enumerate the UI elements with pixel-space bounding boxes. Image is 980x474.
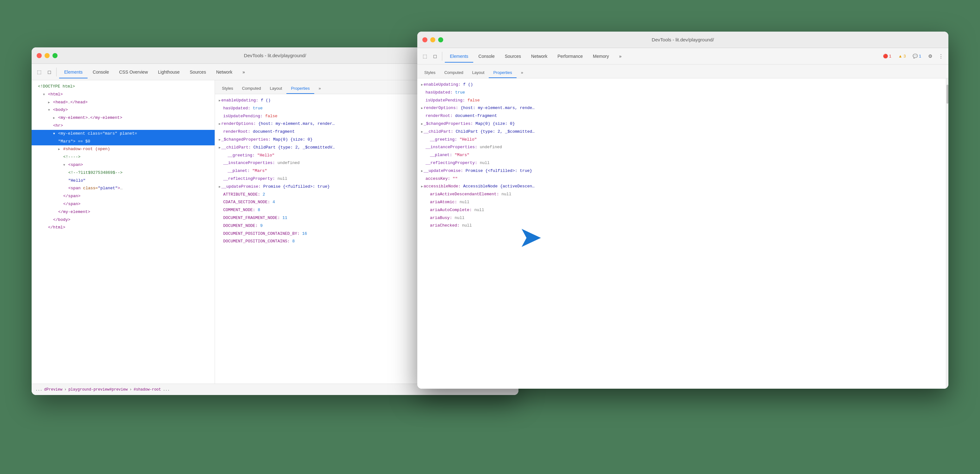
- inspector-icon-front[interactable]: ◻: [431, 52, 439, 60]
- tab-more-back[interactable]: »: [237, 68, 250, 76]
- dom-line-html: ▼ <html>: [32, 91, 215, 99]
- dom-line-body-close: </body>: [32, 216, 215, 224]
- tab-network-back[interactable]: Network: [211, 68, 237, 76]
- prop-reflecting-front: __reflectingProperty: null: [417, 159, 946, 167]
- dom-line-span-planet: <span class="planet">…: [32, 185, 215, 192]
- scroll-indicator-front[interactable]: [946, 78, 948, 389]
- tab-performance-front[interactable]: Performance: [552, 52, 588, 60]
- panel-tab-styles-front[interactable]: Styles: [420, 68, 440, 78]
- dom-line-head: ▶ <head>…</head>: [32, 99, 215, 107]
- toolbar-front: ⬚ ◻ Elements Console Sources Network Per…: [417, 48, 948, 64]
- maximize-button-front[interactable]: [438, 37, 443, 42]
- prop-render-root-front: renderRoot: document-fragment: [417, 112, 946, 120]
- status-sep-1: ›: [64, 387, 67, 392]
- prop-changed-props-front[interactable]: ▶_$changedProperties: Map(0) {size: 0}: [417, 120, 946, 128]
- prop-update-promise-front[interactable]: ▶__updatePromise: Promise {<fulfilled>: …: [417, 167, 946, 175]
- title-bar-front: DevTools - lit.dev/playground/: [417, 32, 948, 48]
- tab-more-front[interactable]: »: [614, 52, 627, 60]
- panel-tab-more-front[interactable]: »: [517, 68, 528, 78]
- tab-console-front[interactable]: Console: [473, 52, 500, 60]
- main-content-front: ▶enableUpdating: f () hasUpdated: true i…: [417, 78, 948, 389]
- dom-line-comment-lit: <!--?lit$927534869$-->: [32, 169, 215, 177]
- panel-tab-computed-front[interactable]: Computed: [440, 68, 468, 78]
- toolbar-divider-front: [442, 52, 442, 60]
- devtools-window-front: DevTools - lit.dev/playground/ ⬚ ◻ Eleme…: [417, 32, 948, 389]
- inspector-icon[interactable]: ◻: [45, 68, 54, 76]
- scroll-thumb-front: [947, 85, 948, 103]
- prop-aria-active-descendant-front: ariaActiveDescendantElement: null: [417, 191, 946, 199]
- window-title-back: DevTools - lit.dev/playground/: [244, 53, 306, 58]
- prop-aria-busy-front: ariaBusy: null: [417, 214, 946, 222]
- status-ellipsis-1: ...: [35, 387, 42, 392]
- status-shadow-root[interactable]: #shadow-root: [134, 387, 161, 392]
- prop-render-options-front[interactable]: ▶renderOptions: {host: my-element.mars, …: [417, 104, 946, 112]
- traffic-lights-front: [422, 37, 443, 42]
- props-container-front: ▶enableUpdating: f () hasUpdated: true i…: [417, 78, 948, 389]
- toolbar-right-front: 🔴 1 ▲ 3 💬 1 ⚙ ⋮: [880, 52, 945, 60]
- settings-icon-front[interactable]: ⚙: [926, 52, 934, 60]
- panel-tab-properties-front[interactable]: Properties: [489, 68, 516, 78]
- tab-elements-front[interactable]: Elements: [445, 52, 473, 60]
- panel-tab-properties-back[interactable]: Properties: [286, 83, 314, 94]
- tab-sources-front[interactable]: Sources: [500, 52, 526, 60]
- toolbar-tabs-front: Elements Console Sources Network Perform…: [445, 52, 879, 60]
- panel-tab-styles-back[interactable]: Styles: [218, 83, 237, 94]
- tab-console-back[interactable]: Console: [88, 68, 114, 76]
- dom-line-my-element-selected-2: "Mars"> == $0: [32, 138, 215, 146]
- cursor-icon[interactable]: ⬚: [35, 68, 44, 76]
- dom-line-my-element-1: ▶ <my-element>…</my-element>: [32, 114, 215, 122]
- prop-aria-atomic-front: ariaAtomic: null: [417, 199, 946, 206]
- panel-tab-layout-front[interactable]: Layout: [468, 68, 489, 78]
- dom-line-span-close-1: </span>: [32, 192, 215, 200]
- dom-panel[interactable]: <!DOCTYPE html> ▼ <html> ▶ <head>…</head…: [32, 80, 215, 383]
- close-button-back[interactable]: [37, 53, 42, 58]
- menu-icon-front[interactable]: ⋮: [936, 52, 945, 60]
- panel-tabs-front: Styles Computed Layout Properties »: [417, 64, 948, 78]
- dom-line-comment-1: <!---->: [32, 153, 215, 161]
- window-title-front: DevTools - lit.dev/playground/: [652, 37, 714, 42]
- tab-memory-front[interactable]: Memory: [588, 52, 614, 60]
- dom-line-span-outer: ▼ <span>: [32, 161, 215, 169]
- tab-css-overview-back[interactable]: CSS Overview: [114, 68, 153, 76]
- tab-elements-back[interactable]: Elements: [59, 68, 88, 76]
- status-dpreview[interactable]: dPreview: [44, 387, 63, 392]
- maximize-button-back[interactable]: [52, 53, 57, 58]
- tab-sources-back[interactable]: Sources: [185, 68, 211, 76]
- scene: DevTools - lit.dev/playground/ ⬚ ◻ Eleme…: [32, 32, 948, 442]
- prop-accessible-node-front[interactable]: ▶accessibleNode: AccessibleNode {activeD…: [417, 183, 946, 191]
- dom-line-hr: <hr>: [32, 122, 215, 130]
- prop-child-part-front[interactable]: ▶__childPart: ChildPart {type: 2, _$comm…: [417, 128, 946, 136]
- status-playground-preview[interactable]: playground-preview#preview: [68, 387, 127, 392]
- prop-instance-props-front: __instanceProperties: undefined: [417, 143, 946, 151]
- arrow-indicator: ➤: [519, 223, 542, 251]
- warning-badge-front[interactable]: ▲ 3: [896, 53, 908, 59]
- minimize-button-back[interactable]: [45, 53, 49, 58]
- minimize-button-front[interactable]: [430, 37, 435, 42]
- toolbar-tabs-back: Elements Console CSS Overview Lighthouse…: [59, 68, 465, 76]
- dom-line-shadow-root: ▶ #shadow-root (open): [32, 145, 215, 153]
- panel-tab-more-back[interactable]: »: [314, 83, 325, 94]
- prop-access-key-front: accessKey: "": [417, 175, 946, 183]
- tab-lighthouse-back[interactable]: Lighthouse: [153, 68, 185, 76]
- prop-planet-front: __planet: "Mars": [417, 151, 946, 159]
- prop-is-update-pending-front: isUpdatePending: false: [417, 97, 946, 105]
- toolbar-divider-1: [56, 68, 57, 76]
- panel-tab-computed-back[interactable]: Computed: [237, 83, 265, 94]
- prop-aria-checked-front: ariaChecked: null: [417, 222, 946, 230]
- prop-has-updated-front: hasUpdated: true: [417, 89, 946, 97]
- error-badge-front[interactable]: 🔴 1: [880, 53, 894, 59]
- dom-line-body: ▼ <body>: [32, 106, 215, 114]
- dom-line-span-close-2: </span>: [32, 200, 215, 208]
- properties-panel-front[interactable]: ▶enableUpdating: f () hasUpdated: true i…: [417, 78, 946, 389]
- dom-line-hello: "Hello": [32, 177, 215, 185]
- traffic-lights-back: [37, 53, 57, 58]
- status-ellipsis-2: ...: [163, 387, 170, 392]
- info-badge-front[interactable]: 💬 1: [910, 53, 924, 59]
- close-button-front[interactable]: [422, 37, 427, 42]
- dom-line-doctype: <!DOCTYPE html>: [32, 83, 215, 91]
- status-sep-2: ›: [130, 387, 132, 392]
- tab-network-front[interactable]: Network: [526, 52, 552, 60]
- prop-enable-updating-front[interactable]: ▶enableUpdating: f (): [417, 81, 946, 89]
- cursor-icon-front[interactable]: ⬚: [420, 52, 429, 60]
- panel-tab-layout-back[interactable]: Layout: [265, 83, 286, 94]
